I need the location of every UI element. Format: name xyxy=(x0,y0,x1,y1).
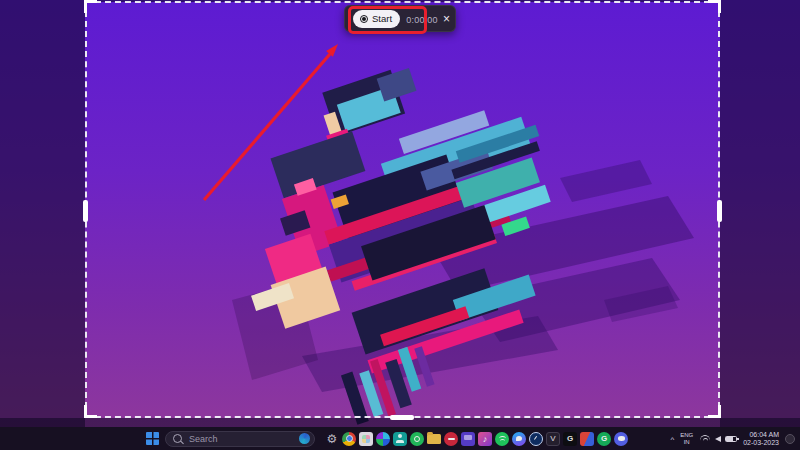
taskbar: ⚙ ♪ V G G ^ ENG IN xyxy=(0,427,800,450)
people-icon[interactable] xyxy=(393,432,407,446)
selection-handle-right[interactable] xyxy=(717,200,722,222)
dim-overlay-left xyxy=(0,2,85,427)
tray-time: 06:04 AM xyxy=(749,431,779,439)
language-bottom: IN xyxy=(684,439,690,446)
pinned-apps: ⚙ ♪ V G G xyxy=(325,432,628,446)
dim-overlay-right xyxy=(720,2,800,427)
clock-app-icon[interactable] xyxy=(529,432,543,446)
discord-icon[interactable] xyxy=(614,432,628,446)
folder-icon xyxy=(427,434,441,444)
whatsapp-icon[interactable] xyxy=(410,432,424,446)
wallpaper-art xyxy=(0,0,800,450)
language-top: ENG xyxy=(680,432,693,439)
start-button-label: Start xyxy=(372,14,392,24)
spotify-icon[interactable] xyxy=(495,432,509,446)
music-app-icon[interactable]: ♪ xyxy=(478,432,492,446)
taskbar-search-box[interactable] xyxy=(165,431,315,447)
screen-recorder-toolbar: Start 0:00:00 × xyxy=(344,5,456,32)
settings-icon[interactable]: ⚙ xyxy=(325,432,339,446)
battery-icon xyxy=(725,436,737,442)
tray-date: 02-03-2023 xyxy=(743,439,779,447)
media-app-icon[interactable] xyxy=(444,432,458,446)
system-tray: ^ ENG IN 06:04 AM 02-03-2023 xyxy=(670,427,795,450)
volume-icon xyxy=(715,436,721,442)
desktop-wallpaper xyxy=(0,0,800,450)
recording-timer: 0:00:00 xyxy=(404,15,440,25)
selection-handle-bottom-right[interactable] xyxy=(708,405,721,418)
dim-overlay-top xyxy=(0,0,800,2)
close-button[interactable]: × xyxy=(439,11,454,27)
selection-handle-bottom[interactable] xyxy=(390,415,414,420)
bing-icon[interactable] xyxy=(299,433,310,444)
logitech-ghub-icon[interactable]: G xyxy=(563,432,577,446)
record-icon xyxy=(360,15,368,23)
selection-handle-top-left[interactable] xyxy=(84,0,97,13)
start-recording-button[interactable]: Start xyxy=(353,10,400,28)
selection-handle-left[interactable] xyxy=(83,200,88,222)
wifi-icon xyxy=(699,434,711,444)
v-app-icon[interactable]: V xyxy=(546,432,560,446)
search-input[interactable] xyxy=(187,433,294,445)
file-explorer-icon[interactable] xyxy=(427,432,441,446)
green-g-app-icon[interactable]: G xyxy=(597,432,611,446)
search-icon xyxy=(173,434,182,443)
tray-chevron-icon[interactable]: ^ xyxy=(670,436,674,444)
display-app-icon[interactable] xyxy=(461,432,475,446)
photos-icon[interactable] xyxy=(359,432,373,446)
messenger-icon[interactable] xyxy=(512,432,526,446)
edge-icon[interactable] xyxy=(376,432,390,446)
chrome-icon[interactable] xyxy=(342,432,356,446)
selection-handle-top-right[interactable] xyxy=(708,0,721,13)
photo-viewer-icon[interactable] xyxy=(580,432,594,446)
windows-start-button[interactable] xyxy=(146,432,159,445)
taskbar-left-group: ⚙ ♪ V G G xyxy=(146,427,628,450)
selection-handle-bottom-left[interactable] xyxy=(84,405,97,418)
tray-status-icons[interactable] xyxy=(699,434,737,444)
language-indicator[interactable]: ENG IN xyxy=(680,432,693,446)
notification-badge[interactable] xyxy=(785,434,795,444)
tray-clock[interactable]: 06:04 AM 02-03-2023 xyxy=(743,431,779,447)
